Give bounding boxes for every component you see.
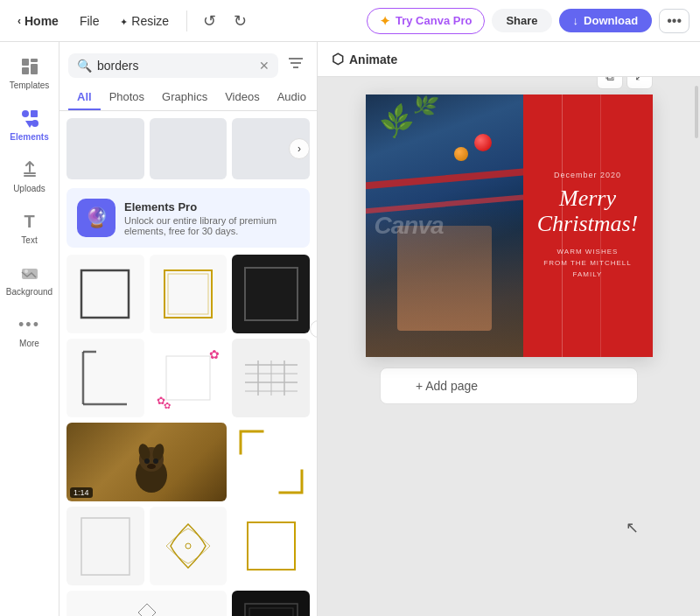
svg-rect-3: [22, 67, 29, 74]
search-icon: 🔍: [77, 59, 92, 73]
home-button[interactable]: ‹ Home: [10, 10, 66, 32]
animate-icon: ⬡: [332, 51, 344, 67]
download-button[interactable]: ↓ Download: [559, 9, 653, 32]
tab-audio[interactable]: Audio: [269, 85, 315, 110]
home-label: Home: [24, 14, 59, 28]
sidebar: Templates Elements Uploads T Text Backgr…: [0, 42, 60, 616]
templates-icon: [19, 56, 40, 77]
svg-point-11: [24, 270, 28, 273]
svg-point-30: [144, 458, 150, 464]
nav-separator-1: [186, 10, 187, 32]
svg-rect-8: [24, 172, 36, 174]
more-options-button[interactable]: •••: [659, 9, 690, 33]
border-item-flower-rect[interactable]: ✿ ✿ ✿: [150, 339, 228, 417]
sidebar-item-text[interactable]: T Text: [0, 204, 59, 252]
tab-all[interactable]: All: [68, 85, 101, 110]
clear-search-icon[interactable]: ✕: [259, 59, 270, 73]
sidebar-item-background[interactable]: Background: [0, 256, 59, 304]
border-item-gold-small[interactable]: [232, 507, 310, 585]
sidebar-background-label: Background: [6, 287, 52, 297]
sidebar-item-uploads[interactable]: Uploads: [0, 152, 59, 200]
filter-button[interactable]: [284, 51, 308, 80]
card-text-section: December 2020 Merry Christmas! WARM WISH…: [523, 94, 653, 357]
download-icon: ↓: [573, 14, 579, 27]
search-input[interactable]: [97, 59, 254, 73]
category-tabs: All Photos Graphics Videos Audio: [60, 85, 317, 111]
animate-bar: ⬡ Animate: [318, 42, 700, 77]
svg-point-7: [32, 120, 38, 127]
elements-panel: 🔍 ✕ All Photos Graphics Videos Audio: [60, 42, 318, 616]
try-canva-pro-button[interactable]: ✦ Try Canva Pro: [367, 8, 485, 34]
border-item-gold-rect[interactable]: [150, 255, 228, 333]
pro-title: Elements Pro: [124, 200, 299, 214]
card-photo-section: 🌿 🌿 Canva: [366, 94, 523, 357]
pro-text: Elements Pro Unlock our entire library o…: [124, 200, 299, 236]
elements-grid: › 🔮 Elements Pro Unlock our entire libra…: [60, 111, 317, 616]
canvas-wrapper-outer: ⧉ ⤢: [366, 94, 653, 357]
text-icon: T: [19, 211, 40, 232]
sidebar-templates-label: Templates: [10, 80, 50, 90]
placeholder-row: [66, 118, 310, 179]
search-input-wrapper: 🔍 ✕: [68, 53, 278, 78]
background-icon: [19, 262, 40, 284]
tab-photos[interactable]: Photos: [101, 85, 153, 110]
svg-point-4: [22, 110, 29, 117]
border-item-bottom-dark[interactable]: [232, 591, 310, 616]
tab-graphics[interactable]: Graphics: [153, 85, 216, 110]
canvas-design[interactable]: 🌿 🌿 Canva: [366, 94, 653, 357]
border-item-dog-video[interactable]: 1:14: [66, 423, 227, 501]
resize-button[interactable]: ✦ Resize: [113, 10, 176, 32]
chevron-left-icon: ‹: [18, 15, 21, 27]
add-page-button[interactable]: + Add page: [380, 368, 638, 404]
svg-rect-16: [168, 274, 208, 314]
svg-rect-15: [164, 270, 212, 318]
copy-button[interactable]: ⧉: [597, 77, 623, 89]
sidebar-more-label: More: [19, 339, 39, 348]
star-icon: ✦: [380, 14, 390, 28]
card-title: Merry Christmas!: [534, 186, 642, 236]
svg-rect-0: [22, 59, 29, 66]
svg-rect-33: [81, 518, 130, 575]
svg-rect-1: [31, 59, 38, 62]
border-item-dark-wide[interactable]: [232, 255, 310, 333]
border-item-sketch-corner[interactable]: [66, 339, 144, 417]
sidebar-elements-label: Elements: [10, 132, 48, 142]
elements-icon: [19, 108, 40, 129]
sidebar-item-elements[interactable]: Elements: [0, 101, 59, 149]
christmas-card: 🌿 🌿 Canva: [366, 94, 653, 357]
sidebar-item-templates[interactable]: Templates: [0, 49, 59, 97]
scroll-right-button[interactable]: ›: [289, 138, 310, 159]
uploads-icon: [19, 159, 40, 180]
svg-rect-18: [166, 356, 210, 400]
borders-grid: ✿ ✿ ✿: [66, 255, 310, 616]
sidebar-item-more[interactable]: ••• More: [0, 307, 59, 355]
border-item-h-line[interactable]: [66, 591, 227, 616]
border-item-ornament[interactable]: [150, 507, 228, 585]
share-button[interactable]: Share: [492, 9, 551, 32]
border-item-gold-corner[interactable]: [232, 423, 310, 501]
tab-videos[interactable]: Videos: [216, 85, 269, 110]
svg-rect-17: [245, 268, 298, 320]
border-item-sketch-rect[interactable]: [66, 255, 144, 333]
redo-button[interactable]: ↻: [228, 8, 252, 34]
svg-rect-2: [31, 64, 38, 74]
main-layout: Templates Elements Uploads T Text Backgr…: [0, 42, 700, 616]
nav-right-actions: ✦ Try Canva Pro Share ↓ Download •••: [367, 8, 690, 34]
canvas-container: ⧉ ⤢: [348, 77, 670, 616]
expand-button[interactable]: ⤢: [626, 77, 653, 89]
card-subtitle-line2: FROM THE MITCHELL FAMILY: [534, 258, 642, 281]
undo-button[interactable]: ↺: [198, 8, 221, 34]
svg-point-34: [186, 543, 191, 549]
canvas-scrollbar[interactable]: [695, 86, 698, 138]
animate-button[interactable]: ⬡ Animate: [332, 51, 397, 67]
svg-rect-5: [31, 110, 38, 117]
sidebar-uploads-label: Uploads: [13, 184, 46, 193]
svg-rect-9: [24, 175, 36, 177]
placeholder-item: [150, 118, 228, 179]
border-item-cross-lines[interactable]: [232, 339, 310, 417]
file-button[interactable]: File: [73, 10, 107, 32]
svg-rect-38: [245, 604, 298, 616]
border-item-white-rect[interactable]: [66, 507, 144, 585]
svg-point-32: [147, 464, 156, 469]
svg-rect-35: [248, 522, 295, 570]
